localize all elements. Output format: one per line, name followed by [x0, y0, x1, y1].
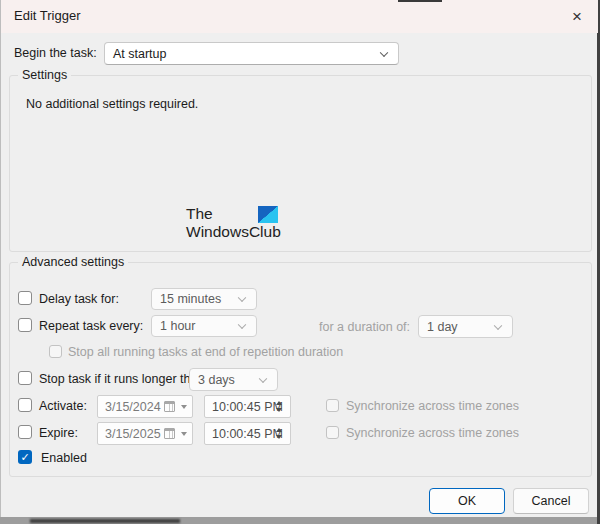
settings-message: No additional settings required. — [26, 97, 198, 111]
chevron-down-icon — [494, 321, 502, 329]
expire-checkbox[interactable] — [18, 425, 32, 439]
expire-sync-checkbox — [326, 426, 339, 439]
dropdown-arrow-icon — [181, 405, 187, 409]
advanced-settings-group-label: Advanced settings — [18, 255, 128, 269]
watermark: The WindowsClub — [186, 205, 281, 241]
calendar-icon — [164, 428, 175, 439]
activate-date-value: 3/15/2024 — [105, 400, 161, 414]
stop-task-combobox: 3 days — [189, 368, 278, 391]
repeat-task-value: 1 hour — [160, 319, 195, 333]
enabled-checkbox[interactable]: ✓ — [18, 450, 32, 464]
expire-date-value: 3/15/2025 — [105, 427, 161, 441]
delay-task-label: Delay task for: — [39, 292, 119, 306]
chevron-down-icon — [259, 374, 267, 382]
chevron-down-icon — [238, 294, 246, 302]
delay-task-value: 15 minutes — [160, 292, 221, 306]
stop-task-value: 3 days — [198, 373, 235, 387]
repeat-task-checkbox[interactable] — [18, 318, 32, 332]
repeat-task-combobox: 1 hour — [151, 315, 257, 337]
expire-date-picker: 3/15/2025 — [97, 422, 193, 445]
spinner-icon — [272, 423, 286, 444]
settings-groupbox: Settings No additional settings required… — [9, 75, 592, 252]
enabled-label: Enabled — [41, 451, 87, 465]
activate-date-picker: 3/15/2024 — [97, 395, 193, 418]
watermark-line2: WindowsClub — [186, 223, 281, 241]
chevron-down-icon — [380, 48, 388, 56]
cancel-button[interactable]: Cancel — [513, 488, 589, 514]
duration-value: 1 day — [427, 320, 458, 334]
backdrop-artifact-top — [398, 0, 442, 2]
close-icon[interactable]: × — [563, 5, 591, 28]
stop-all-tasks-checkbox — [49, 345, 62, 358]
delay-task-combobox: 15 minutes — [151, 288, 257, 310]
chevron-down-icon — [238, 321, 246, 329]
duration-label: for a duration of: — [319, 320, 410, 334]
begin-task-value: At startup — [113, 47, 167, 61]
backdrop-artifact — [30, 519, 180, 523]
settings-group-label: Settings — [18, 68, 71, 82]
begin-task-label: Begin the task: — [14, 46, 97, 60]
windowsclub-logo-icon — [258, 206, 278, 223]
activate-sync-checkbox — [326, 399, 339, 412]
delay-task-checkbox[interactable] — [18, 291, 32, 305]
check-icon: ✓ — [20, 452, 29, 463]
activate-time-picker: 10:00:45 PM — [204, 395, 291, 418]
edit-trigger-dialog: Edit Trigger × Begin the task: At startu… — [0, 0, 597, 517]
stop-task-label: Stop task if it runs longer than: — [39, 372, 208, 386]
activate-label: Activate: — [39, 399, 87, 413]
begin-task-combobox[interactable]: At startup — [104, 42, 399, 65]
expire-label: Expire: — [39, 426, 78, 440]
calendar-icon — [164, 401, 175, 412]
window-title: Edit Trigger — [14, 8, 80, 23]
screen: Edit Trigger × Begin the task: At startu… — [0, 0, 600, 524]
expire-sync-label: Synchronize across time zones — [346, 426, 519, 440]
titlebar: Edit Trigger × — [1, 0, 598, 33]
duration-combobox: 1 day — [418, 315, 513, 338]
repeat-task-label: Repeat task every: — [39, 319, 143, 333]
activate-sync-label: Synchronize across time zones — [346, 399, 519, 413]
spinner-icon — [272, 396, 286, 417]
dropdown-arrow-icon — [181, 432, 187, 436]
ok-button[interactable]: OK — [429, 488, 505, 514]
expire-time-picker: 10:00:45 PM — [204, 422, 291, 445]
activate-checkbox[interactable] — [18, 398, 32, 412]
stop-all-tasks-label: Stop all running tasks at end of repetit… — [68, 345, 343, 359]
stop-task-checkbox[interactable] — [18, 371, 32, 385]
